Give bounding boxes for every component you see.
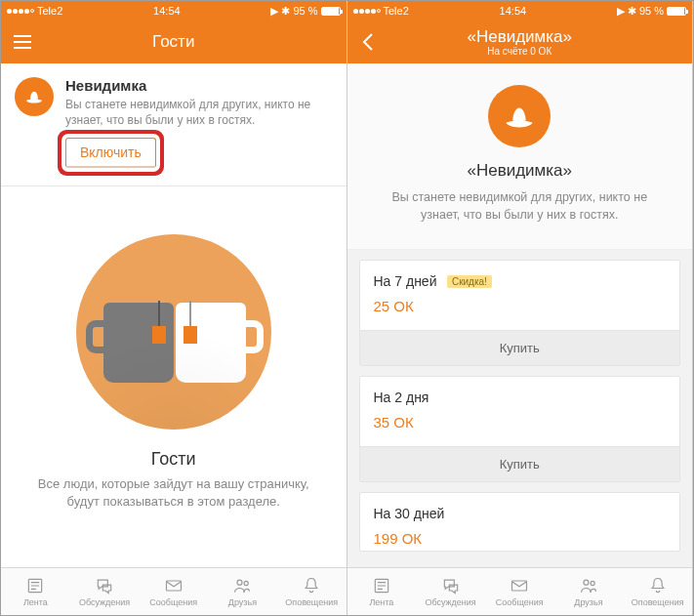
airplay-icon: ▶ bbox=[617, 5, 625, 18]
svg-point-2 bbox=[237, 580, 242, 585]
page-subtitle: На счёте 0 ОК bbox=[347, 47, 693, 57]
tab-messages[interactable]: Сообщения bbox=[139, 568, 208, 615]
tab-feed[interactable]: Лента bbox=[347, 568, 417, 615]
battery-icon bbox=[667, 7, 686, 16]
svg-rect-1 bbox=[166, 581, 181, 591]
tab-notifications[interactable]: Оповещения bbox=[623, 568, 692, 615]
promo-description: Вы станете невидимкой для других, никто … bbox=[65, 97, 333, 128]
plan-price: 25 ОК bbox=[374, 298, 667, 314]
tab-bar: Лента Обсуждения Сообщения Друзья Оповещ… bbox=[347, 567, 693, 615]
plan-price: 199 ОК bbox=[374, 530, 667, 547]
status-bar: Tele2 14:54 ▶ ✱ 95 % bbox=[1, 1, 347, 21]
tab-friends[interactable]: Друзья bbox=[554, 568, 624, 615]
guests-empty-state: Гости Все люди, которые зайдут на вашу с… bbox=[1, 186, 347, 567]
plan-duration: На 30 дней bbox=[374, 506, 445, 521]
plan-card: На 7 дней Скидка! 25 ОК Купить bbox=[359, 260, 681, 366]
buy-button[interactable]: Купить bbox=[360, 330, 680, 365]
signal-icon bbox=[7, 9, 34, 14]
battery-icon bbox=[321, 7, 341, 16]
tab-discussions[interactable]: Обсуждения bbox=[70, 568, 140, 615]
tab-messages[interactable]: Сообщения bbox=[485, 568, 554, 615]
plan-duration: На 2 дня bbox=[374, 390, 429, 405]
svg-rect-5 bbox=[512, 581, 527, 591]
battery-percent: 95 % bbox=[293, 5, 317, 17]
mugs-illustration bbox=[76, 234, 271, 430]
buy-button[interactable]: Купить bbox=[360, 446, 680, 481]
hat-icon bbox=[488, 85, 551, 147]
carrier-label: Tele2 bbox=[384, 5, 409, 17]
header-invisible: «Невидимка» На счёте 0 ОК bbox=[347, 21, 693, 63]
guests-description: Все люди, которые зайдут на вашу странич… bbox=[30, 475, 317, 511]
svg-point-6 bbox=[584, 580, 589, 585]
hat-icon bbox=[15, 77, 54, 116]
signal-icon bbox=[353, 9, 381, 14]
discount-badge: Скидка! bbox=[447, 275, 492, 288]
invisible-promo-card: Невидимка Вы станете невидимкой для друг… bbox=[1, 63, 347, 186]
tab-discussions[interactable]: Обсуждения bbox=[416, 568, 485, 615]
page-title: «Невидимка» bbox=[347, 27, 693, 47]
hero-title: «Невидимка» bbox=[377, 161, 664, 181]
bluetooth-icon: ✱ bbox=[281, 5, 290, 18]
plan-price: 35 ОК bbox=[374, 414, 667, 431]
plan-duration: На 7 дней bbox=[374, 273, 437, 289]
svg-point-7 bbox=[591, 581, 594, 585]
invisible-hero: «Невидимка» Вы станете невидимкой для др… bbox=[347, 63, 693, 250]
status-time: 14:54 bbox=[409, 5, 617, 17]
status-time: 14:54 bbox=[62, 5, 270, 17]
pricing-list: На 7 дней Скидка! 25 ОК Купить На 2 дня … bbox=[347, 250, 693, 567]
airplay-icon: ▶ bbox=[270, 5, 278, 18]
plan-card: На 30 дней 199 ОК bbox=[359, 492, 681, 552]
enable-button[interactable]: Включить bbox=[65, 138, 156, 168]
promo-title: Невидимка bbox=[65, 77, 333, 94]
svg-point-3 bbox=[245, 581, 249, 585]
phone-invisible-purchase: Tele2 14:54 ▶ ✱ 95 % «Невидимка» На счёт… bbox=[347, 1, 694, 615]
menu-button[interactable] bbox=[11, 30, 34, 54]
header-guests: Гости bbox=[1, 21, 347, 63]
back-button[interactable] bbox=[357, 30, 381, 54]
hero-description: Вы станете невидимкой для других, никто … bbox=[377, 188, 664, 224]
tab-feed[interactable]: Лента bbox=[1, 568, 70, 615]
carrier-label: Tele2 bbox=[37, 5, 62, 17]
page-title: Гости bbox=[1, 32, 347, 52]
status-bar: Tele2 14:54 ▶ ✱ 95 % bbox=[347, 1, 693, 21]
tab-bar: Лента Обсуждения Сообщения Друзья Оповещ… bbox=[1, 567, 347, 615]
guests-title: Гости bbox=[151, 449, 196, 470]
tab-friends[interactable]: Друзья bbox=[208, 568, 277, 615]
tab-notifications[interactable]: Оповещения bbox=[277, 568, 347, 615]
bluetooth-icon: ✱ bbox=[628, 5, 636, 18]
battery-percent: 95 % bbox=[639, 5, 664, 17]
phone-guests: Tele2 14:54 ▶ ✱ 95 % Гости Невидимка Вы … bbox=[1, 1, 347, 615]
plan-card: На 2 дня 35 ОК Купить bbox=[359, 376, 681, 482]
